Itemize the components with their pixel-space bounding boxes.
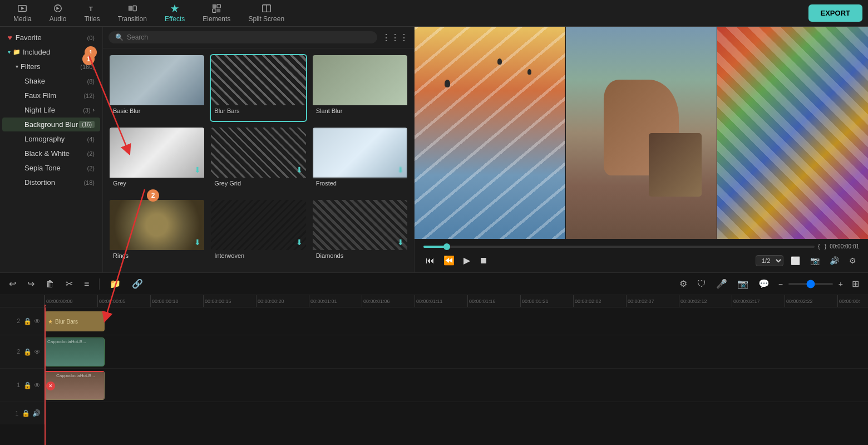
camera-icon[interactable]: 📷 — [734, 277, 752, 291]
skip-back-button[interactable]: ⏮ — [423, 253, 437, 268]
toolbar-separator — [99, 278, 100, 290]
play-button[interactable]: ▶ — [461, 253, 472, 268]
track-lock-v2[interactable]: 🔒 — [23, 348, 32, 356]
grid-view-icon[interactable]: ⋮⋮⋮ — [382, 32, 408, 43]
track-volume-audio[interactable]: 🔊 — [32, 409, 41, 417]
link-button[interactable]: 🔗 — [129, 277, 146, 291]
step-back-button[interactable]: ⏪ — [441, 253, 457, 268]
effect-clip-blur-bars[interactable]: ★ Blur Bars — [45, 311, 105, 331]
playhead-marker: ▼ — [45, 303, 47, 309]
effect-grey[interactable]: ⬇ Grey — [108, 126, 205, 194]
nav-effects[interactable]: Effects — [157, 1, 193, 25]
stop-button[interactable]: ⏹ — [477, 253, 490, 268]
volume-button[interactable]: 🔊 — [827, 255, 842, 267]
download-icon: ⬇ — [397, 238, 404, 247]
search-box[interactable]: 🔍 — [108, 31, 377, 43]
more-button[interactable]: ≡ — [81, 277, 92, 291]
sidebar-item-background-blur[interactable]: Background Blur (16) — [2, 118, 100, 131]
fit-button[interactable]: ⊞ — [849, 277, 862, 291]
fullscreen-button[interactable]: ⬜ — [788, 255, 803, 267]
shield-icon[interactable]: 🛡 — [694, 277, 709, 291]
ruler-mark-9: 00:00:01:21 — [520, 295, 573, 307]
preview-panel-3 — [717, 27, 868, 239]
svg-marker-1 — [22, 7, 24, 9]
quality-select[interactable]: 1/2 — [756, 255, 783, 266]
track-num-effect: 2 — [17, 318, 20, 324]
svg-rect-10 — [217, 9, 220, 12]
audio-track — [45, 402, 868, 424]
caption-icon[interactable]: 💬 — [755, 277, 773, 291]
progress-bar[interactable] — [423, 246, 815, 248]
effect-basic-blur[interactable]: Basic Blur — [108, 54, 205, 122]
track-scroll-area: 00:00:00:00 00:00:00:05 00:00:00:10 00:0… — [45, 295, 868, 445]
track-num-v1: 1 — [17, 382, 20, 388]
add-media-button[interactable]: 📁 — [106, 277, 124, 291]
nav-transition[interactable]: Transition — [110, 1, 155, 25]
svg-text:T: T — [88, 5, 93, 12]
settings-icon[interactable]: ⚙ — [676, 277, 691, 291]
ruler-mark-8: 00:00:01:16 — [467, 295, 520, 307]
export-button[interactable]: EXPORT — [808, 4, 862, 22]
track-eye-v1[interactable]: 👁 — [34, 382, 41, 389]
download-icon: ⬇ — [296, 165, 303, 174]
sidebar-item-faux-film[interactable]: Faux Film (12) — [2, 89, 100, 102]
sidebar-item-filters[interactable]: ▾ Filters (160) — [2, 60, 100, 74]
top-navigation: Media Audio T Titles Transition Effects … — [0, 0, 868, 27]
effects-toolbar: 🔍 ⋮⋮⋮ — [103, 27, 414, 48]
redo-button[interactable]: ↪ — [24, 277, 38, 291]
mic-icon[interactable]: 🎤 — [713, 277, 731, 291]
sidebar-item-favorite[interactable]: ♥ Favorite (0) — [2, 31, 100, 45]
sidebar-item-sepia-tone[interactable]: Sepia Tone (2) — [2, 161, 100, 175]
cut-button[interactable]: ✂ — [62, 277, 76, 291]
sidebar-item-shake[interactable]: Shake (8) — [2, 74, 100, 88]
search-input[interactable] — [127, 33, 371, 41]
clip-label-v1: CappodociaHot-B... — [56, 373, 95, 378]
zoom-in-button[interactable]: + — [836, 278, 845, 290]
main-area: ♥ Favorite (0) ▾ 📁 Included 1 ▾ Filters … — [0, 27, 868, 272]
delete-button[interactable]: 🗑 — [42, 277, 58, 291]
badge-1: 1 — [85, 46, 97, 58]
track-lock-button[interactable]: 🔒 — [23, 317, 32, 325]
clip-star-icon: ★ — [48, 319, 53, 325]
ruler-mark-1: 00:00:00:05 — [97, 295, 150, 307]
settings-button[interactable]: ⚙ — [846, 255, 859, 267]
sidebar-item-distortion[interactable]: Distortion (18) — [2, 175, 100, 189]
effect-slant-blur[interactable]: Slant Blur — [312, 54, 408, 122]
effect-interwoven[interactable]: ⬇ Interwoven — [210, 199, 307, 267]
effect-frosted[interactable]: ⬇ Frosted — [312, 126, 408, 194]
nav-elements[interactable]: Elements — [195, 1, 238, 25]
effect-grey-grid[interactable]: ⬇ Grey Grid — [210, 126, 307, 194]
ruler-mark-7: 00:00:01:11 — [415, 295, 467, 307]
zoom-out-button[interactable]: − — [776, 278, 785, 290]
sidebar-item-lomography[interactable]: Lomography (4) — [2, 132, 100, 146]
nav-media[interactable]: Media — [6, 1, 40, 25]
ruler-mark-0: 00:00:00:00 — [45, 295, 97, 307]
svg-rect-4 — [129, 6, 132, 11]
video-track-2: CappodociaHot-B... — [45, 335, 868, 369]
zoom-slider[interactable] — [788, 283, 833, 285]
preview-panel-2 — [565, 27, 717, 239]
track-eye-button[interactable]: 👁 — [34, 317, 41, 325]
nav-split-screen[interactable]: Split Screen — [240, 1, 292, 25]
preview-controls: { } 00:00:00:01 ⏮ ⏪ ▶ ⏹ 1/2 ⬜ 📷 🔊 ⚙ — [415, 239, 868, 272]
snapshot-button[interactable]: 📷 — [807, 255, 822, 267]
track-eye-v2[interactable]: 👁 — [34, 348, 41, 356]
progress-handle[interactable] — [443, 243, 450, 250]
nav-audio[interactable]: Audio — [42, 1, 75, 25]
sidebar-item-included[interactable]: ▾ 📁 Included 1 — [2, 45, 100, 59]
video-clip-v1[interactable]: CappodociaHot-B... ✕ — [45, 371, 105, 400]
timeline-ruler[interactable]: 00:00:00:00 00:00:00:05 00:00:00:10 00:0… — [45, 295, 868, 307]
video-clip-v2[interactable]: CappodociaHot-B... — [45, 338, 105, 366]
sidebar-item-black-white[interactable]: Black & White (2) — [2, 146, 100, 160]
nav-titles[interactable]: T Titles — [76, 1, 107, 25]
sidebar-item-night-life[interactable]: Night Life (3) › — [2, 103, 100, 117]
preview-canvas — [415, 27, 868, 239]
effect-blur-bars[interactable]: Blur Bars — [210, 54, 307, 122]
effect-rings[interactable]: ⬇ Rings — [108, 199, 205, 267]
effect-diamonds[interactable]: ⬇ Diamonds — [312, 199, 408, 267]
effect-track: ★ Blur Bars — [45, 307, 868, 335]
track-lock-v1[interactable]: 🔒 — [23, 382, 32, 389]
playhead: ▼ — [45, 307, 46, 445]
track-lock-audio[interactable]: 🔒 — [22, 409, 30, 417]
undo-button[interactable]: ↩ — [6, 277, 19, 291]
